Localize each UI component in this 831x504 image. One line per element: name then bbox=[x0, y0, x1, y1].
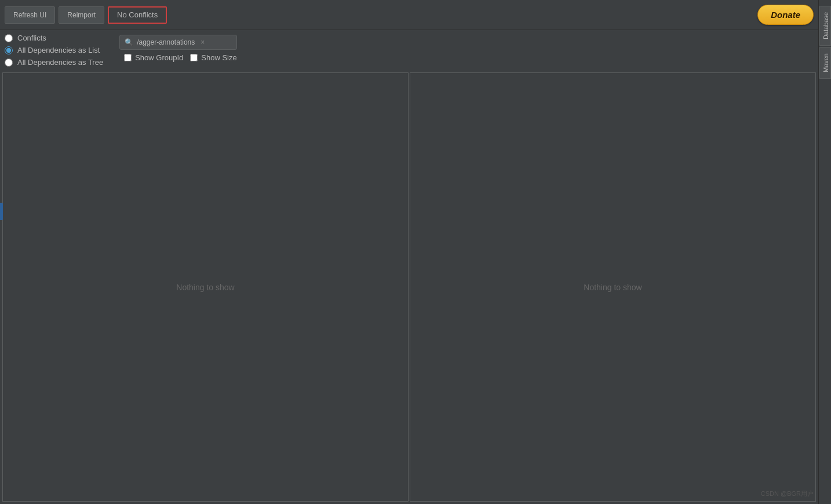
conflicts-radio-item[interactable]: Conflicts bbox=[5, 34, 103, 42]
show-groupid-checkbox-item[interactable]: Show GroupId bbox=[124, 53, 183, 62]
all-deps-list-radio-item[interactable]: All Dependencies as List bbox=[5, 46, 103, 54]
all-deps-list-radio[interactable] bbox=[5, 46, 13, 54]
toolbar: Refresh UI Reimport No Conflicts Donate bbox=[0, 0, 818, 30]
content-area: Nothing to show Nothing to show bbox=[0, 70, 818, 504]
all-deps-tree-radio-item[interactable]: All Dependencies as Tree bbox=[5, 58, 103, 67]
all-deps-tree-radio-label: All Dependencies as Tree bbox=[17, 58, 103, 67]
checkboxes-area: Show GroupId Show Size bbox=[124, 53, 237, 62]
right-sidebar: Database Maven bbox=[818, 0, 831, 504]
filter-value: /agger-annotations bbox=[137, 38, 195, 46]
all-deps-list-radio-label: All Dependencies as List bbox=[17, 46, 100, 54]
view-mode-radio-group: Conflicts All Dependencies as List All D… bbox=[5, 34, 103, 67]
show-size-label: Show Size bbox=[201, 53, 236, 62]
left-panel-empty-label: Nothing to show bbox=[176, 283, 234, 292]
search-icon: 🔍 bbox=[125, 38, 133, 46]
watermark: CSDN @BGR用户 bbox=[761, 490, 814, 498]
right-panel: Nothing to show bbox=[410, 72, 816, 502]
left-accent bbox=[0, 203, 3, 220]
show-size-checkbox[interactable] bbox=[190, 54, 198, 61]
sidebar-tab-database[interactable]: Database bbox=[819, 6, 831, 46]
show-groupid-checkbox[interactable] bbox=[124, 54, 132, 61]
left-panel: Nothing to show bbox=[2, 72, 409, 502]
reimport-button[interactable]: Reimport bbox=[59, 6, 104, 24]
no-conflicts-button[interactable]: No Conflicts bbox=[108, 6, 167, 24]
all-deps-tree-radio[interactable] bbox=[5, 59, 13, 67]
show-groupid-label: Show GroupId bbox=[135, 53, 183, 62]
donate-button[interactable]: Donate bbox=[757, 5, 814, 25]
conflicts-radio-label: Conflicts bbox=[17, 34, 46, 42]
right-panel-empty-label: Nothing to show bbox=[584, 283, 642, 292]
nav-row: Conflicts All Dependencies as List All D… bbox=[0, 30, 818, 70]
refresh-ui-button[interactable]: Refresh UI bbox=[5, 6, 55, 24]
search-filter[interactable]: 🔍 /agger-annotations × bbox=[119, 35, 237, 50]
show-size-checkbox-item[interactable]: Show Size bbox=[190, 53, 236, 62]
sidebar-tab-maven[interactable]: Maven bbox=[819, 47, 831, 79]
conflicts-radio[interactable] bbox=[5, 34, 13, 42]
filter-close-icon[interactable]: × bbox=[201, 38, 205, 46]
